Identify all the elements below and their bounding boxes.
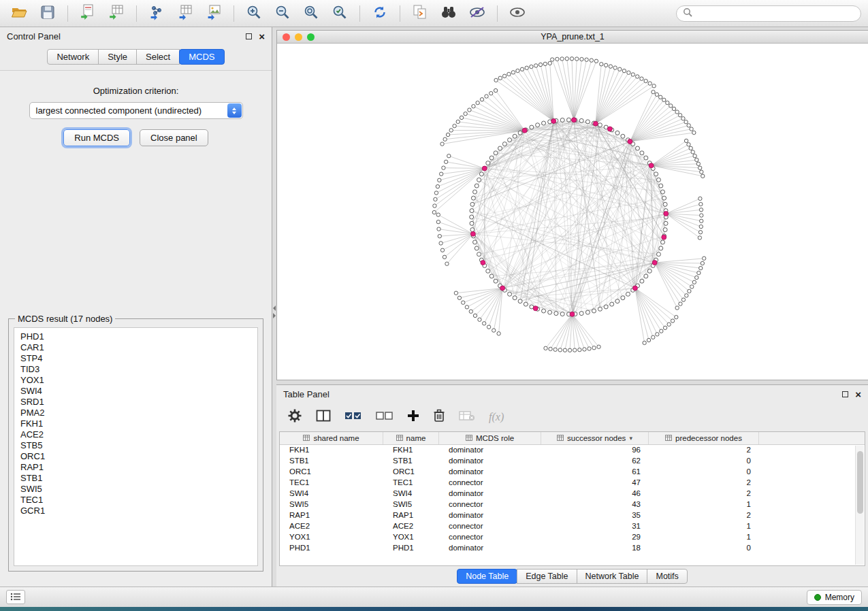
float-table-panel-icon[interactable] — [842, 391, 848, 397]
mcds-result-item[interactable]: SRD1 — [20, 397, 251, 408]
task-history-button[interactable] — [6, 590, 25, 604]
table-cell[interactable]: FKH1 — [383, 445, 439, 456]
table-cell[interactable]: STB1 — [280, 456, 383, 467]
delete-columns-button[interactable] — [433, 407, 445, 427]
table-cell[interactable]: 35 — [541, 510, 649, 521]
table-settings-button[interactable] — [287, 407, 302, 427]
table-cell[interactable]: SWI4 — [383, 489, 439, 499]
tab-mcds[interactable]: MCDS — [179, 49, 224, 65]
column-menu-icon[interactable] — [557, 434, 564, 442]
column-menu-icon[interactable] — [396, 434, 403, 442]
table-cell[interactable]: 31 — [541, 521, 649, 532]
zoom-out-button[interactable] — [270, 3, 295, 24]
save-session-button[interactable] — [35, 3, 60, 24]
table-cell[interactable]: dominator — [439, 543, 541, 554]
table-cell[interactable]: TEC1 — [280, 478, 383, 489]
column-menu-icon[interactable] — [665, 434, 672, 442]
unselect-all-columns-button[interactable] — [376, 407, 393, 427]
table-cell[interactable]: SWI5 — [280, 499, 383, 510]
table-cell[interactable]: ORC1 — [383, 467, 439, 478]
zoom-in-button[interactable] — [242, 3, 266, 24]
table-cell[interactable]: 0 — [649, 456, 759, 467]
network-canvas[interactable] — [277, 44, 868, 380]
table-row[interactable]: SWI4SWI4dominator462 — [280, 489, 865, 499]
splitter-handle-icon[interactable] — [272, 303, 276, 320]
mcds-result-item[interactable]: PMA2 — [20, 408, 251, 418]
mcds-result-item[interactable]: SWI4 — [20, 386, 251, 397]
select-all-columns-button[interactable] — [344, 407, 362, 427]
tab-select[interactable]: Select — [136, 49, 180, 65]
column-header-MCDS-role[interactable]: MCDS role — [439, 432, 541, 444]
tab-edge-table[interactable]: Edge Table — [517, 569, 577, 584]
mcds-result-item[interactable]: TEC1 — [20, 495, 251, 506]
show-columns-button[interactable] — [316, 407, 331, 427]
table-row[interactable]: ACE2ACE2connector311 — [280, 521, 865, 532]
mcds-result-item[interactable]: TID3 — [20, 364, 251, 375]
mcds-result-item[interactable]: FKH1 — [20, 418, 251, 429]
table-row[interactable]: PHD1PHD1dominator180 — [280, 543, 865, 554]
table-cell[interactable]: PHD1 — [383, 543, 439, 554]
table-cell[interactable]: YOX1 — [383, 532, 439, 543]
table-cell[interactable]: 96 — [541, 445, 649, 456]
export-table-button[interactable] — [173, 3, 197, 24]
table-cell[interactable]: 1 — [649, 532, 759, 543]
table-cell[interactable]: 1 — [649, 521, 759, 532]
mcds-result-item[interactable]: ORC1 — [20, 451, 251, 462]
tab-node-table[interactable]: Node Table — [457, 569, 517, 584]
mcds-result-item[interactable]: SWI5 — [20, 484, 251, 495]
open-session-button[interactable] — [7, 3, 31, 24]
mcds-result-item[interactable]: ACE2 — [20, 429, 251, 440]
close-panel-icon[interactable]: × — [259, 31, 265, 42]
import-network-file-button[interactable] — [76, 3, 100, 24]
table-row[interactable]: STB1STB1dominator620 — [280, 456, 865, 467]
table-cell[interactable]: 2 — [649, 510, 759, 521]
table-cell[interactable]: dominator — [439, 445, 541, 456]
table-cell[interactable]: RAP1 — [383, 510, 439, 521]
mcds-result-item[interactable]: YOX1 — [20, 375, 251, 386]
copy-style-button[interactable] — [408, 3, 432, 24]
table-row[interactable]: SWI5SWI5connector431 — [280, 499, 865, 510]
show-graphics-details-button[interactable] — [505, 3, 530, 24]
column-header-shared-name[interactable]: shared name — [280, 432, 383, 444]
search-input[interactable] — [696, 9, 854, 18]
table-cell[interactable]: 2 — [649, 489, 759, 499]
table-row[interactable]: YOX1YOX1connector291 — [280, 532, 865, 543]
column-header-successor-nodes[interactable]: successor nodes▾ — [541, 432, 649, 444]
table-cell[interactable]: dominator — [439, 489, 541, 499]
table-row[interactable]: ORC1ORC1dominator610 — [280, 467, 865, 478]
column-menu-icon[interactable] — [303, 434, 310, 442]
tab-network-table[interactable]: Network Table — [577, 569, 648, 584]
mcds-result-item[interactable]: GCR1 — [20, 506, 251, 516]
table-cell[interactable]: 2 — [649, 445, 759, 456]
table-row[interactable]: RAP1RAP1dominator352 — [280, 510, 865, 521]
find-button[interactable] — [436, 3, 461, 24]
column-header-predecessor-nodes[interactable]: predecessor nodes — [649, 432, 759, 444]
table-cell[interactable]: 18 — [541, 543, 649, 554]
table-cell[interactable]: 47 — [541, 478, 649, 489]
table-cell[interactable]: SWI5 — [383, 499, 439, 510]
mcds-result-item[interactable]: PHD1 — [20, 331, 251, 342]
table-cell[interactable]: connector — [439, 499, 541, 510]
table-cell[interactable]: PHD1 — [280, 543, 383, 554]
column-header-name[interactable]: name — [383, 432, 439, 444]
column-menu-icon[interactable] — [466, 434, 472, 442]
hide-graphics-details-button[interactable] — [465, 3, 489, 24]
table-cell[interactable]: SWI4 — [280, 489, 383, 499]
table-cell[interactable]: ACE2 — [280, 521, 383, 532]
table-cell[interactable]: 1 — [649, 499, 759, 510]
mcds-result-item[interactable]: CAR1 — [20, 342, 251, 353]
table-cell[interactable]: dominator — [439, 456, 541, 467]
zoom-fit-button[interactable] — [299, 3, 323, 24]
refresh-layout-button[interactable] — [368, 3, 392, 24]
table-cell[interactable]: 0 — [649, 467, 759, 478]
zoom-selected-button[interactable] — [327, 3, 352, 24]
table-cell[interactable]: 62 — [541, 456, 649, 467]
table-cell[interactable]: FKH1 — [280, 445, 383, 456]
create-column-button[interactable] — [407, 407, 419, 427]
mcds-result-item[interactable]: STB5 — [20, 440, 251, 451]
table-cell[interactable]: dominator — [439, 510, 541, 521]
function-builder-button[interactable]: f(x) — [489, 407, 504, 427]
table-cell[interactable]: 43 — [541, 499, 649, 510]
table-row[interactable]: FKH1FKH1dominator962 — [280, 445, 865, 456]
table-cell[interactable]: RAP1 — [280, 510, 383, 521]
